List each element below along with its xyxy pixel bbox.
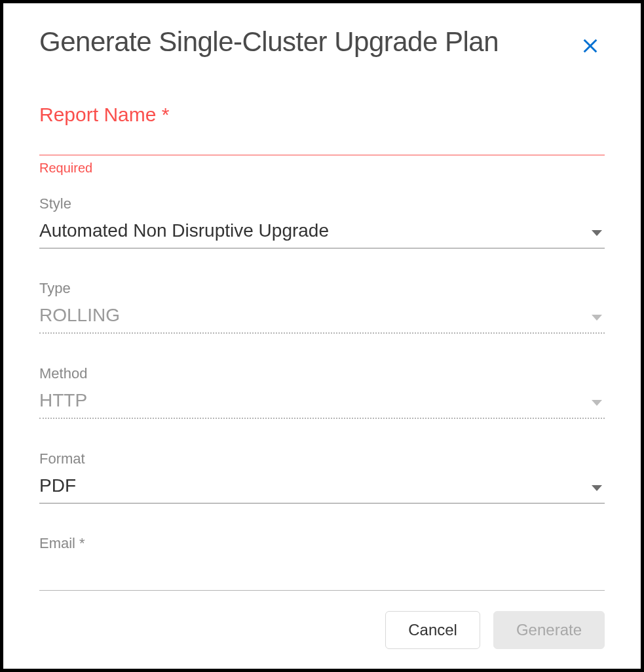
style-select[interactable]: Automated Non Disruptive Upgrade: [39, 216, 605, 248]
method-field: Method HTTP: [39, 365, 605, 419]
cancel-button[interactable]: Cancel: [385, 611, 480, 649]
type-select: ROLLING: [39, 301, 605, 334]
svg-marker-3: [592, 315, 602, 321]
svg-marker-4: [592, 400, 602, 406]
style-value: Automated Non Disruptive Upgrade: [39, 220, 329, 241]
generate-button: Generate: [493, 611, 605, 649]
chevron-down-icon: [592, 482, 602, 494]
report-name-helper: Required: [39, 161, 605, 176]
chevron-down-icon: [592, 311, 602, 323]
report-name-input[interactable]: [39, 109, 605, 155]
type-field: Type ROLLING: [39, 280, 605, 334]
method-select: HTTP: [39, 386, 605, 419]
email-input[interactable]: [39, 556, 605, 591]
dialog-footer: Cancel Generate: [39, 591, 605, 649]
chevron-down-icon: [592, 227, 602, 239]
close-icon: [581, 46, 599, 57]
form-content: Report Name * Required Style Automated N…: [39, 109, 605, 591]
format-label: Format: [39, 450, 605, 467]
dialog-title: Generate Single-Cluster Upgrade Plan: [39, 26, 499, 58]
dialog-header: Generate Single-Cluster Upgrade Plan: [39, 26, 605, 63]
svg-marker-5: [592, 485, 602, 491]
email-field: Email *: [39, 535, 605, 591]
svg-marker-2: [592, 230, 602, 236]
generate-upgrade-plan-dialog: Generate Single-Cluster Upgrade Plan Rep…: [0, 0, 644, 672]
style-label: Style: [39, 195, 605, 212]
format-field: Format PDF: [39, 450, 605, 504]
method-label: Method: [39, 365, 605, 382]
method-value: HTTP: [39, 390, 87, 411]
style-field: Style Automated Non Disruptive Upgrade: [39, 195, 605, 248]
chevron-down-icon: [592, 397, 602, 408]
format-value: PDF: [39, 475, 76, 496]
report-name-field: Report Name * Required: [39, 109, 605, 176]
type-value: ROLLING: [39, 305, 120, 326]
format-select[interactable]: PDF: [39, 471, 605, 504]
close-button[interactable]: [576, 31, 605, 63]
email-label: Email *: [39, 535, 605, 552]
type-label: Type: [39, 280, 605, 297]
